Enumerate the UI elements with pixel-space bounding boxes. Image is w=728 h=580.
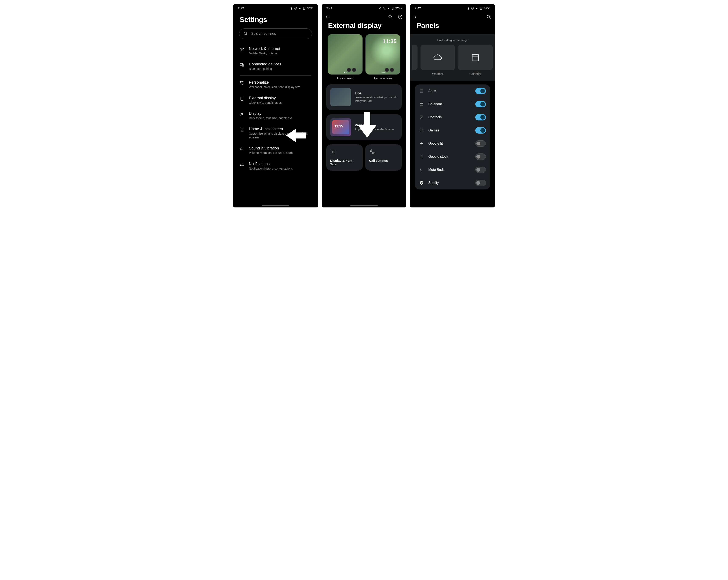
apps-icon — [419, 89, 424, 93]
svg-point-36 — [420, 90, 421, 90]
preview-lock[interactable]: Lock screen — [328, 34, 363, 80]
preview-home[interactable]: 11:35 Home screen — [365, 34, 400, 80]
nav-pill[interactable] — [262, 205, 289, 206]
svg-point-37 — [421, 90, 422, 90]
battery-pct: 34% — [307, 6, 313, 10]
search-placeholder: Search settings — [251, 31, 276, 36]
settings-list: Network & internetMobile, Wi-Fi, hotspot… — [233, 43, 318, 207]
arrow-annotation-icon — [358, 112, 377, 137]
svg-point-14 — [242, 130, 242, 131]
status-icons: 32% — [379, 6, 402, 10]
status-bar: 2:42 32% — [410, 4, 495, 11]
phone-icon — [369, 149, 375, 155]
reorder-hint: Hold & drag to rearrange — [410, 39, 495, 42]
toggle-google-stock[interactable]: Google stock — [415, 150, 490, 163]
external-display-icon — [239, 96, 244, 101]
svg-point-48 — [420, 129, 421, 130]
bluetooth-icon — [379, 7, 381, 10]
svg-rect-11 — [241, 97, 243, 100]
search-icon[interactable] — [388, 15, 393, 19]
calendar-icon — [471, 53, 480, 62]
back-icon[interactable] — [414, 15, 419, 19]
card-display-font[interactable]: Display & Font Size — [326, 144, 363, 171]
clock: 2:41 — [326, 6, 333, 10]
dnd-icon — [471, 7, 474, 10]
page-title: Panels — [410, 21, 495, 34]
status-bar: 2:29 34% — [233, 4, 318, 11]
sound-icon — [239, 147, 244, 151]
svg-point-5 — [244, 32, 247, 35]
svg-point-50 — [420, 131, 421, 132]
svg-rect-45 — [420, 103, 423, 106]
switch[interactable] — [475, 180, 486, 186]
spotify-icon — [419, 181, 424, 185]
dnd-icon — [294, 7, 297, 10]
status-icons: 32% — [467, 6, 490, 10]
row-network[interactable]: Network & internetMobile, Wi-Fi, hotspot — [237, 43, 314, 59]
svg-rect-32 — [472, 55, 478, 61]
card-call-settings[interactable]: Call settings — [365, 144, 402, 171]
svg-point-23 — [400, 18, 400, 18]
toggle-contacts[interactable]: Contacts — [415, 111, 490, 124]
screen-settings: 2:29 34% Settings Search settings Networ… — [233, 4, 318, 207]
svg-rect-28 — [480, 8, 482, 9]
switch[interactable] — [475, 101, 486, 107]
switch[interactable] — [475, 167, 486, 173]
toggle-moto-buds[interactable]: Moto Buds — [415, 163, 490, 176]
row-external-display[interactable]: External displayClock style, panels, app… — [237, 93, 314, 108]
nav-pill[interactable] — [350, 205, 378, 206]
svg-point-51 — [422, 131, 423, 132]
search-input[interactable]: Search settings — [239, 28, 312, 39]
svg-point-40 — [421, 91, 422, 91]
panel-tile-weather[interactable] — [420, 45, 455, 70]
svg-point-20 — [389, 15, 391, 18]
search-icon[interactable] — [486, 15, 491, 19]
clock: 2:29 — [238, 6, 244, 10]
switch[interactable] — [475, 127, 486, 133]
battery-pct: 32% — [395, 6, 402, 10]
bluetooth-icon — [290, 7, 293, 10]
switch[interactable] — [475, 153, 486, 160]
svg-point-43 — [421, 92, 422, 92]
svg-point-30 — [487, 15, 490, 18]
page-title: Settings — [233, 11, 318, 28]
panel-tile-partial[interactable] — [412, 45, 418, 70]
devices-icon — [239, 62, 244, 67]
calendar-icon — [419, 102, 424, 106]
svg-point-49 — [422, 129, 423, 130]
font-size-icon — [330, 149, 336, 155]
switch[interactable] — [475, 88, 486, 94]
wifi-icon — [387, 7, 390, 10]
toggle-apps[interactable]: Apps — [415, 84, 490, 98]
wifi-icon — [298, 7, 301, 10]
row-notifications[interactable]: NotificationsNotification history, conve… — [237, 158, 314, 174]
help-icon[interactable] — [398, 15, 402, 19]
panel-tile-calendar[interactable] — [458, 45, 493, 70]
switch[interactable] — [475, 114, 486, 121]
row-sound[interactable]: Sound & vibrationVolume, vibration, Do N… — [237, 143, 314, 158]
svg-point-47 — [421, 116, 422, 117]
svg-rect-18 — [392, 8, 393, 9]
card-grid: Display & Font Size Call settings — [326, 144, 402, 171]
article-icon — [419, 154, 424, 159]
tips-thumb — [330, 88, 351, 106]
row-personalize[interactable]: PersonalizeWallpaper, color, icon, font,… — [237, 77, 314, 92]
toggle-spotify[interactable]: Spotify — [415, 176, 490, 190]
svg-point-7 — [242, 50, 242, 51]
screen-external-display: 2:41 32% External display Lock screen — [322, 4, 406, 207]
bell-icon — [239, 162, 244, 167]
panels-thumb: 11:35 — [330, 118, 351, 136]
back-icon[interactable] — [326, 15, 330, 19]
row-connected[interactable]: Connected devicesBluetooth, pairing — [237, 59, 314, 74]
toggle-games[interactable]: Games — [415, 124, 490, 137]
panels-reorder: Hold & drag to rearrange Weather Calenda… — [410, 34, 495, 81]
svg-rect-10 — [240, 81, 243, 84]
toggle-google-fit[interactable]: Google fit — [415, 137, 490, 150]
card-tips[interactable]: Tips Learn more about what you can do wi… — [326, 84, 402, 110]
status-bar: 2:41 32% — [322, 4, 406, 11]
preview-row: Lock screen 11:35 Home screen — [322, 34, 406, 82]
toggle-calendar[interactable]: Calendar — [415, 98, 490, 111]
switch[interactable] — [475, 140, 486, 147]
row-display[interactable]: DisplayDark theme, font size, brightness — [237, 108, 314, 123]
panels-toggle-list: Apps Calendar Contacts Games Google fit … — [415, 84, 490, 190]
